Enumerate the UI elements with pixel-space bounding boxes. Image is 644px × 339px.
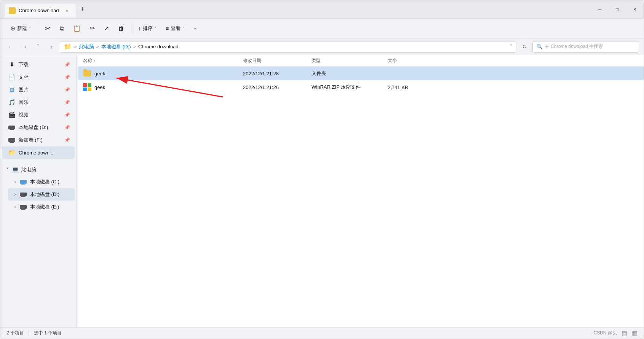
sidebar-item-downloads[interactable]: ⬇ 下载 📌 <box>2 59 75 71</box>
col-header-type[interactable]: 类型 <box>307 57 383 64</box>
minimize-button[interactable]: ─ <box>591 0 609 18</box>
sort-label: 排序 <box>143 25 153 32</box>
tab-folder-icon <box>9 7 16 14</box>
sidebar-label-disk-f: 新加卷 (F:) <box>19 137 61 143</box>
up-button[interactable]: ↑ <box>46 41 58 53</box>
svg-rect-5 <box>21 184 26 185</box>
sidebar-item-videos[interactable]: 🎬 视频 📌 <box>2 109 75 121</box>
file-row-geek-folder[interactable]: geek 2022/12/1 21:28 文件夹 <box>78 67 644 80</box>
new-tab-button[interactable]: + <box>77 4 88 15</box>
refresh-button[interactable]: ↻ <box>519 41 530 53</box>
copy-button[interactable]: ⧉ <box>56 23 68 34</box>
address-dropdown-icon[interactable]: ˅ <box>510 44 512 49</box>
toolbar-separator-1 <box>38 24 38 33</box>
column-headers: 名称 ↑ 修改日期 类型 大小 <box>78 55 644 67</box>
sidebar-item-disk-f[interactable]: 新加卷 (F:) 📌 <box>2 134 75 146</box>
file-name-0: geek <box>94 71 105 76</box>
sidebar-label-documents: 文档 <box>19 74 61 81</box>
statusbar-right: CSDN @头 ▤ ▦ <box>593 329 638 337</box>
search-box[interactable]: 🔍 在 Chrome download 中搜索 <box>532 41 639 53</box>
statusbar: 2 个项目 | 选中 1 个项目 CSDN @头 ▤ ▦ <box>0 327 644 339</box>
this-pc-label: 此电脑 <box>21 166 36 173</box>
statusbar-brand: CSDN @头 <box>593 330 617 336</box>
col-header-name[interactable]: 名称 ↑ <box>78 57 238 64</box>
share-button[interactable]: ↗ <box>100 23 113 34</box>
sidebar-label-videos: 视频 <box>19 111 61 118</box>
sidebar-this-pc-header[interactable]: ˅ 💻 此电脑 <box>0 164 76 175</box>
rename-button[interactable]: ✏ <box>86 23 99 34</box>
copy-icon: ⧉ <box>60 25 64 32</box>
items-count-text: 2 个项目 <box>6 330 24 336</box>
disk-f-pin-icon: 📌 <box>64 137 70 143</box>
active-tab[interactable]: Chrome download × <box>5 4 76 18</box>
d-drive-expand-icon: > <box>14 193 16 197</box>
toolbar-separator-2 <box>131 24 131 33</box>
file-size-1: 2,741 KB <box>383 84 436 90</box>
new-button[interactable]: ⊕ 新建 ˅ <box>6 23 35 34</box>
file-name-1: geek <box>94 84 105 90</box>
sort-button[interactable]: ↕ 排序 ˅ <box>134 23 160 34</box>
view-dropdown-icon: ˅ <box>182 26 184 30</box>
recent-button[interactable]: ˅ <box>32 41 44 53</box>
col-name-label: 名称 <box>83 57 92 64</box>
address-separator-2: > <box>96 44 99 49</box>
file-list: geek 2022/12/1 21:28 文件夹 <box>78 67 644 327</box>
close-button[interactable]: ✕ <box>626 0 644 18</box>
delete-button[interactable]: 🗑 <box>114 23 128 34</box>
file-date-0: 2022/12/1 21:28 <box>238 71 307 76</box>
col-header-size[interactable]: 大小 <box>383 57 436 64</box>
rename-icon: ✏ <box>90 25 95 32</box>
sidebar-item-e-drive[interactable]: > 本地磁盘 (E:) <box>8 201 75 213</box>
address-bar[interactable]: 📁 > 此电脑 > 本地磁盘 (D:) > Chrome download ˅ <box>60 41 516 53</box>
breadcrumb-current: Chrome download <box>138 44 179 49</box>
sidebar-item-c-drive[interactable]: > 本地磁盘 (C:) <box>8 176 75 188</box>
sidebar-item-chrome-download[interactable]: 📁 Chrome downl... <box>2 146 75 159</box>
sidebar-label-music: 音乐 <box>19 99 61 106</box>
sidebar-item-documents[interactable]: 📄 文档 📌 <box>2 71 75 83</box>
tab-close-button[interactable]: × <box>64 7 70 14</box>
forward-button[interactable]: → <box>19 41 30 53</box>
sidebar-divider <box>3 161 73 161</box>
main-content: ⬇ 下载 📌 📄 文档 📌 🖼 图片 📌 🎵 音乐 📌 🎬 视频 <box>0 55 644 327</box>
svg-rect-0 <box>8 126 15 129</box>
sidebar-label-disk-d: 本地磁盘 (D:) <box>19 124 61 131</box>
svg-rect-8 <box>20 205 27 209</box>
view-icon: ≡ <box>166 25 169 32</box>
view-list-icon[interactable]: ▤ <box>622 329 627 337</box>
sort-icon: ↕ <box>138 25 141 32</box>
paste-button[interactable]: 📋 <box>69 23 85 34</box>
e-drive-icon <box>19 203 27 211</box>
svg-rect-3 <box>10 142 14 143</box>
breadcrumb-disk[interactable]: 本地磁盘 (D:) <box>101 43 131 50</box>
view-button[interactable]: ≡ 查看 ˅ <box>162 23 188 34</box>
sidebar-item-music[interactable]: 🎵 音乐 📌 <box>2 96 75 108</box>
search-placeholder: 在 Chrome download 中搜索 <box>545 43 603 50</box>
view-label: 查看 <box>171 25 181 32</box>
maximize-button[interactable]: □ <box>609 0 626 18</box>
disk-d-icon <box>8 124 16 131</box>
downloads-icon: ⬇ <box>8 61 16 68</box>
sidebar-item-d-drive[interactable]: > 本地磁盘 (D:) <box>8 188 75 201</box>
sidebar-label-chrome-download: Chrome downl... <box>19 150 70 156</box>
more-button[interactable]: ··· <box>190 24 201 33</box>
svg-rect-6 <box>20 193 27 196</box>
view-grid-icon[interactable]: ▦ <box>632 329 638 337</box>
col-header-date[interactable]: 修改日期 <box>238 57 307 64</box>
sidebar-item-disk-d[interactable]: 本地磁盘 (D:) 📌 <box>2 121 75 134</box>
documents-icon: 📄 <box>8 73 16 81</box>
address-separator-3: > <box>133 44 136 49</box>
videos-icon: 🎬 <box>8 111 16 119</box>
svg-rect-7 <box>21 196 26 197</box>
cut-button[interactable]: ✂ <box>41 22 54 35</box>
file-row-geek-zip[interactable]: geek 2022/12/1 21:26 WinRAR ZIP 压缩文件 2,7… <box>78 80 644 94</box>
file-date-1: 2022/12/1 21:26 <box>238 84 307 90</box>
breadcrumb-pc[interactable]: 此电脑 <box>79 43 94 50</box>
address-folder-icon: 📁 <box>64 43 72 50</box>
sidebar-item-pictures[interactable]: 🖼 图片 📌 <box>2 84 75 96</box>
share-icon: ↗ <box>104 25 109 32</box>
col-sort-arrow: ↑ <box>94 59 96 63</box>
back-button[interactable]: ← <box>5 41 16 53</box>
svg-rect-1 <box>10 129 14 130</box>
folder-icon-0 <box>83 69 91 78</box>
paste-icon: 📋 <box>73 25 81 32</box>
